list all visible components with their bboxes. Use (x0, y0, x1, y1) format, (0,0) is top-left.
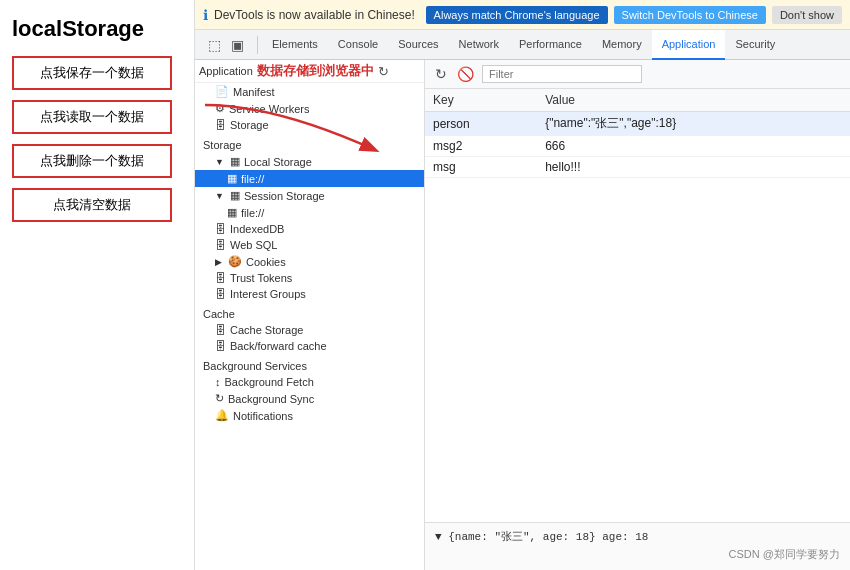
page-title: localStorage (12, 16, 182, 42)
websql-label: Web SQL (230, 239, 278, 251)
websql-icon: 🗄 (215, 239, 226, 251)
tree-back-forward-cache[interactable]: 🗄 Back/forward cache (195, 338, 424, 354)
back-forward-cache-label: Back/forward cache (230, 340, 327, 352)
tab-application[interactable]: Application (652, 30, 726, 60)
table-row[interactable]: msg2666 (425, 136, 850, 157)
tab-elements[interactable]: Elements (262, 30, 328, 60)
section-background: Background Services (195, 354, 424, 374)
btn-save[interactable]: 点我保存一个数据 (12, 56, 172, 90)
bg-sync-label: Background Sync (228, 393, 314, 405)
tab-memory[interactable]: Memory (592, 30, 652, 60)
tree-local-storage-file[interactable]: ▦ file:// (195, 170, 424, 187)
tab-divider (257, 36, 258, 54)
cookies-arrow: ▶ (215, 257, 222, 267)
tree-session-storage[interactable]: ▼ ▦ Session Storage (195, 187, 424, 204)
data-toolbar: ↻ 🚫 (425, 60, 850, 89)
btn-read[interactable]: 点我读取一个数据 (12, 100, 172, 134)
bg-sync-icon: ↻ (215, 392, 224, 405)
reload-icon[interactable]: ↻ (378, 64, 389, 79)
btn-delete[interactable]: 点我删除一个数据 (12, 144, 172, 178)
data-area: ↻ 🚫 Key Value person{"name":"张三","age":1… (425, 60, 850, 570)
preview-text: ▼ {name: "张三", age: 18} age: 18 (435, 531, 648, 543)
notifications-label: Notifications (233, 410, 293, 422)
manifest-label: Manifest (233, 86, 275, 98)
tab-security[interactable]: Security (725, 30, 785, 60)
tab-bar: ⬚ ▣ Elements Console Sources Network Per… (195, 30, 850, 60)
tree-notifications[interactable]: 🔔 Notifications (195, 407, 424, 424)
notif-text: DevTools is now available in Chinese! (214, 8, 420, 22)
session-storage-label: Session Storage (244, 190, 325, 202)
session-storage-icon: ▦ (230, 189, 240, 202)
notification-bar: ℹ DevTools is now available in Chinese! … (195, 0, 850, 30)
cache-storage-label: Cache Storage (230, 324, 303, 336)
storage-table: Key Value person{"name":"张三","age":18}ms… (425, 89, 850, 178)
watermark: CSDN @郑同学要努力 (729, 547, 840, 562)
tree-indexeddb[interactable]: 🗄 IndexedDB (195, 221, 424, 237)
cell-key: msg2 (425, 136, 537, 157)
btn-clear[interactable]: 点我清空数据 (12, 188, 172, 222)
section-storage: Storage (195, 133, 424, 153)
table-row[interactable]: person{"name":"张三","age":18} (425, 112, 850, 136)
tab-sources[interactable]: Sources (388, 30, 448, 60)
cell-value: {"name":"张三","age":18} (537, 112, 850, 136)
tree-interest-groups[interactable]: 🗄 Interest Groups (195, 286, 424, 302)
switch-devtools-button[interactable]: Switch DevTools to Chinese (614, 6, 766, 24)
left-panel: localStorage 点我保存一个数据 点我读取一个数据 点我删除一个数据 … (0, 0, 195, 570)
service-workers-label: Service Workers (229, 103, 309, 115)
tree-bg-sync[interactable]: ↻ Background Sync (195, 390, 424, 407)
trust-tokens-icon: 🗄 (215, 272, 226, 284)
tree-storage[interactable]: 🗄 Storage (195, 117, 424, 133)
tab-performance[interactable]: Performance (509, 30, 592, 60)
cursor-icon[interactable]: ⬚ (205, 35, 224, 55)
tree-websql[interactable]: 🗄 Web SQL (195, 237, 424, 253)
indexeddb-icon: 🗄 (215, 223, 226, 235)
dont-show-button[interactable]: Don't show (772, 6, 842, 24)
tree-cache-storage[interactable]: 🗄 Cache Storage (195, 322, 424, 338)
table-row[interactable]: msghello!!! (425, 157, 850, 178)
storage-icon: 🗄 (215, 119, 226, 131)
application-label: Application (199, 65, 253, 77)
data-table: Key Value person{"name":"张三","age":18}ms… (425, 89, 850, 522)
clear-data-icon[interactable]: 🚫 (455, 64, 476, 84)
devtools-panel: ℹ DevTools is now available in Chinese! … (195, 0, 850, 570)
local-storage-file-label: file:// (241, 173, 264, 185)
col-value: Value (537, 89, 850, 112)
cookies-icon: 🍪 (228, 255, 242, 268)
bg-fetch-label: Background Fetch (225, 376, 314, 388)
manifest-icon: 📄 (215, 85, 229, 98)
match-language-button[interactable]: Always match Chrome's language (426, 6, 608, 24)
tree-trust-tokens[interactable]: 🗄 Trust Tokens (195, 270, 424, 286)
local-storage-icon: ▦ (230, 155, 240, 168)
back-forward-cache-icon: 🗄 (215, 340, 226, 352)
storage-label: Storage (230, 119, 269, 131)
session-storage-file-label: file:// (241, 207, 264, 219)
tree-manifest[interactable]: 📄 Manifest (195, 83, 424, 100)
main-content: Application 数据存储到浏览器中 ↻ 📄 Manifest ⚙ Ser… (195, 60, 850, 570)
tab-icons: ⬚ ▣ (199, 35, 253, 55)
col-key: Key (425, 89, 537, 112)
refresh-data-icon[interactable]: ↻ (433, 64, 449, 84)
local-storage-label: Local Storage (244, 156, 312, 168)
cache-storage-icon: 🗄 (215, 324, 226, 336)
tree-service-workers[interactable]: ⚙ Service Workers (195, 100, 424, 117)
tree-local-storage[interactable]: ▼ ▦ Local Storage (195, 153, 424, 170)
cell-value: 666 (537, 136, 850, 157)
service-workers-icon: ⚙ (215, 102, 225, 115)
local-storage-arrow: ▼ (215, 157, 224, 167)
session-storage-file-icon: ▦ (227, 206, 237, 219)
interest-groups-icon: 🗄 (215, 288, 226, 300)
tree-bg-fetch[interactable]: ↕ Background Fetch (195, 374, 424, 390)
tree-cookies[interactable]: ▶ 🍪 Cookies (195, 253, 424, 270)
tab-network[interactable]: Network (449, 30, 509, 60)
annotation-chinese: 数据存储到浏览器中 (257, 62, 374, 80)
tree-session-storage-file[interactable]: ▦ file:// (195, 204, 424, 221)
filter-input[interactable] (482, 65, 642, 83)
tab-console[interactable]: Console (328, 30, 388, 60)
local-storage-file-icon: ▦ (227, 172, 237, 185)
cookies-label: Cookies (246, 256, 286, 268)
session-storage-arrow: ▼ (215, 191, 224, 201)
cell-value: hello!!! (537, 157, 850, 178)
cell-key: person (425, 112, 537, 136)
trust-tokens-label: Trust Tokens (230, 272, 292, 284)
device-icon[interactable]: ▣ (228, 35, 247, 55)
